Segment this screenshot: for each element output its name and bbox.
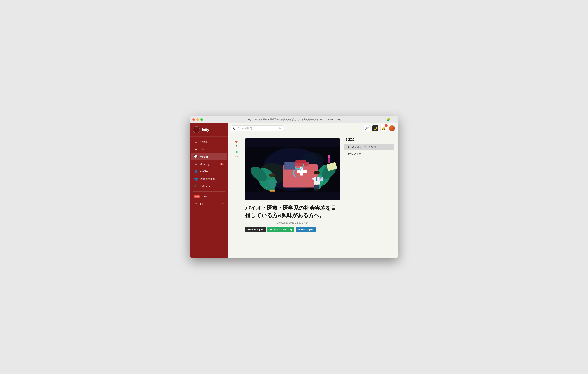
svg-rect-33 — [320, 177, 322, 178]
person-search-icon: 🔎 — [365, 126, 369, 130]
app-window: infty – バイオ・医療・医学系の社会実装を目指している方&興味がある方へ。… — [190, 116, 398, 258]
new-badge: NEW — [194, 195, 200, 198]
svg-rect-24 — [270, 190, 272, 192]
sidebar-item-message[interactable]: ✉ Message 2 — [191, 160, 227, 168]
sidebar-logo[interactable]: ∞ Infty — [190, 123, 228, 137]
svg-rect-25 — [272, 190, 275, 192]
window-controls — [192, 118, 203, 121]
article-meta: Created at 2021-12-30 17:14 — [245, 221, 340, 224]
notification-wrap: 🔔 1 — [380, 125, 387, 131]
logo-text: Infty — [202, 128, 209, 132]
eye-icon: 👁 — [234, 150, 239, 155]
heart-icon: ♥ — [235, 139, 238, 144]
article-icon: ☰ — [194, 140, 198, 144]
moon-icon: 🌙 — [373, 126, 377, 130]
svg-rect-22 — [270, 186, 272, 191]
sidebar-label-video: Video — [200, 148, 207, 151]
sidebar-item-edit[interactable]: ✏ Edit ▾ — [191, 200, 227, 207]
logo-icon: ∞ — [193, 126, 200, 133]
svg-point-54 — [310, 163, 310, 163]
svg-rect-51 — [285, 162, 294, 169]
svg-rect-34 — [320, 178, 321, 179]
titlebar: infty – バイオ・医療・医学系の社会実装を目指している方&興味がある方へ。… — [190, 116, 398, 123]
svg-rect-38 — [317, 189, 320, 191]
svg-point-53 — [276, 167, 277, 168]
search-box[interactable]: 💬 Search [⌘S] 🔍 — [231, 125, 284, 131]
sidebar-item-syllabus[interactable]: 🎓 Syllabus — [191, 182, 227, 190]
app-body: ∞ Infty ☰ Article ▶ Video 💬 Forum ✉ Mess… — [190, 123, 398, 258]
heart-stat[interactable]: ♥ 7 — [235, 139, 238, 148]
window-title: infty – バイオ・医療・医学系の社会実装を目指している方&興味がある方へ。… — [247, 118, 341, 121]
sidebar-item-profiles[interactable]: 👤 Profiles — [191, 168, 227, 175]
svg-rect-23 — [273, 186, 274, 191]
toc-sidebar: 【目次】 【このプロジェクトの特徴】 【求める人材】 — [344, 138, 394, 254]
nav-divider — [193, 191, 225, 192]
svg-text:+: + — [333, 182, 335, 185]
tag-bioinformatics[interactable]: Bioinformatics (36) — [267, 227, 294, 232]
video-icon: ▶ — [194, 147, 198, 151]
profiles-icon: 👤 — [194, 170, 198, 173]
svg-rect-32 — [319, 177, 323, 181]
organizations-icon: 👥 — [194, 177, 198, 181]
user-search-button[interactable]: 🔎 — [364, 125, 370, 131]
svg-rect-36 — [317, 184, 319, 190]
minimize-button[interactable] — [196, 118, 199, 121]
svg-point-19 — [269, 173, 275, 177]
eye-stat: 👁 62 — [234, 150, 239, 158]
sidebar-item-forum[interactable]: 💬 Forum — [191, 153, 227, 160]
main-content: ♥ 7 👁 62 — [228, 133, 398, 258]
svg-rect-45 — [328, 155, 330, 158]
toc-item-0[interactable]: 【このプロジェクトの特徴】 — [344, 144, 394, 150]
puzzle-icon[interactable]: 🧩 — [387, 118, 390, 121]
content-area: 💬 Search [⌘S] 🔍 🔎 🌙 🔔 1 — [228, 123, 398, 258]
sidebar-item-video[interactable]: ▶ Video — [191, 146, 227, 153]
header: 💬 Search [⌘S] 🔍 🔎 🌙 🔔 1 — [228, 123, 398, 133]
sidebar-label-message: Message — [200, 162, 210, 166]
tag-medicine[interactable]: Medicine (26) — [295, 227, 315, 232]
user-avatar[interactable] — [389, 125, 395, 131]
tag-business[interactable]: Business (49) — [245, 227, 266, 232]
svg-rect-11 — [295, 160, 306, 163]
sidebar-label-forum: Forum — [200, 155, 208, 158]
chevron-down-icon-edit: ▾ — [222, 202, 223, 205]
more-icon[interactable]: ⋮ — [392, 118, 396, 121]
hero-image: + + + — [245, 138, 340, 201]
svg-rect-30 — [312, 178, 315, 180]
stats-bar: ♥ 7 👁 62 — [232, 138, 241, 254]
heart-count: 7 — [236, 145, 237, 148]
svg-rect-35 — [315, 184, 316, 190]
sidebar-label-edit: Edit — [200, 202, 204, 205]
svg-point-27 — [314, 171, 320, 174]
notification-badge: 1 — [385, 124, 388, 127]
search-cmd-icon: 🔍 — [278, 127, 281, 129]
maximize-button[interactable] — [200, 118, 203, 121]
message-icon: ✉ — [194, 162, 198, 166]
svg-rect-52 — [284, 169, 296, 170]
chevron-down-icon: ▾ — [222, 195, 223, 198]
titlebar-right-icons: 🧩 ⋮ — [387, 118, 396, 121]
svg-rect-21 — [267, 180, 277, 183]
sidebar-label-new: New — [202, 195, 207, 198]
header-actions: 🔎 🌙 🔔 1 — [364, 125, 395, 131]
eye-count: 62 — [235, 155, 238, 158]
svg-rect-29 — [316, 177, 317, 181]
tags-row: Business (49) Bioinformatics (36) Medici… — [245, 227, 340, 232]
svg-text:+: + — [262, 176, 263, 179]
sidebar-label-syllabus: Syllabus — [200, 185, 210, 188]
toc-item-1[interactable]: 【求める人材】 — [344, 151, 394, 158]
search-placeholder: Search [⌘S] — [238, 127, 277, 129]
forum-icon: 💬 — [194, 155, 198, 158]
sidebar-item-article[interactable]: ☰ Article — [191, 138, 227, 146]
svg-point-55 — [266, 187, 267, 188]
svg-rect-37 — [314, 189, 317, 191]
sidebar: ∞ Infty ☰ Article ▶ Video 💬 Forum ✉ Mess… — [190, 123, 228, 258]
edit-icon: ✏ — [194, 202, 198, 205]
dark-mode-button[interactable]: 🌙 — [372, 125, 378, 131]
sidebar-item-new[interactable]: NEW New ▾ — [191, 193, 227, 200]
sidebar-label-article: Article — [200, 140, 207, 143]
toc-title: 【目次】 — [344, 138, 394, 141]
close-button[interactable] — [192, 118, 195, 121]
article-area: + + + — [245, 138, 340, 254]
sidebar-label-profiles: Profiles — [200, 170, 209, 173]
sidebar-item-organizations[interactable]: 👥 Organizations — [191, 175, 227, 182]
